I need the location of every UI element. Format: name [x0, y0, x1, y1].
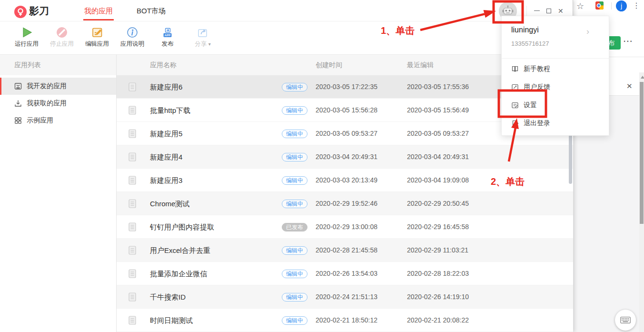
- menu-item-tutorial[interactable]: 新手教程: [502, 60, 609, 78]
- status-badge: 编辑中: [282, 130, 307, 138]
- app-document-icon: [129, 106, 136, 117]
- status-badge: 编辑中: [282, 153, 307, 161]
- app-name: 千牛搜索ID: [150, 285, 186, 309]
- yingdao-app-window: 影刀 我的应用 BOT市场 ✕: [0, 0, 573, 332]
- table-row[interactable]: 时间日期测试 编辑中 2020-02-21 18:50:12 2020-02-2…: [117, 309, 573, 332]
- last-edited-time: 2020-03-05 17:55:36: [407, 75, 469, 99]
- table-row[interactable]: Chrome测试 编辑中 2020-02-29 19:52:46 2020-02…: [117, 192, 573, 215]
- app-sidebar: 应用列表 我开发的应用 我获取的应用: [0, 55, 117, 332]
- topbar-divider: [526, 6, 527, 16]
- created-time: 2020-02-29 19:52:46: [316, 192, 377, 215]
- menu-item-settings[interactable]: 设置: [502, 96, 609, 114]
- tab-my-apps[interactable]: 我的应用: [84, 0, 113, 21]
- menu-item-feedback[interactable]: 用户反馈: [502, 78, 609, 96]
- browser-scrollbar-up-arrow[interactable]: [641, 76, 644, 79]
- minimize-button[interactable]: [534, 10, 540, 11]
- sidebar-item-my-acquired-apps[interactable]: 我获取的应用: [0, 95, 116, 112]
- info-icon: [115, 25, 150, 40]
- edit-app-label: 编辑应用: [79, 40, 115, 48]
- menu-item-label: 设置: [524, 101, 537, 110]
- app-name: 批量添加企业微信: [150, 262, 207, 285]
- tab-bot-market-label: BOT市场: [137, 7, 166, 15]
- app-name: Chrome测试: [150, 192, 189, 215]
- app-name: 批量http下载: [150, 99, 190, 122]
- chevron-right-icon[interactable]: ›: [586, 27, 589, 37]
- close-button[interactable]: ✕: [558, 8, 564, 14]
- maximize-button[interactable]: [546, 9, 551, 13]
- table-row[interactable]: 钉钉用户图内容提取 已发布 2020-02-29 13:00:08 2020-0…: [117, 215, 573, 239]
- table-row[interactable]: 批量添加企业微信 编辑中 2020-02-26 13:54:03 2020-02…: [117, 262, 573, 285]
- sidebar-item-my-developed-apps[interactable]: 我开发的应用: [0, 78, 116, 95]
- username: liuningyi: [511, 26, 539, 34]
- touch-keyboard-button[interactable]: [615, 310, 636, 331]
- status-badge: 编辑中: [282, 270, 307, 278]
- table-scrollbar-thumb[interactable]: [569, 135, 572, 184]
- sidebar-item-label: 示例应用: [27, 116, 53, 125]
- status-badge: 编辑中: [282, 200, 307, 208]
- created-time: 2020-02-21 18:50:12: [316, 309, 377, 332]
- created-time: 2020-03-05 15:56:28: [316, 99, 377, 122]
- extension-icon[interactable]: [595, 1, 604, 11]
- stop-app-button[interactable]: 停止应用: [44, 22, 79, 54]
- table-row[interactable]: 新建应用3 编辑中 2020-03-03 20:13:49 2020-03-04…: [117, 169, 573, 192]
- sidebar-item-label: 我开发的应用: [27, 82, 67, 91]
- browser-scrollbar-thumb[interactable]: [640, 82, 644, 224]
- edit-app-button[interactable]: 编辑应用: [79, 22, 115, 54]
- column-header-last-edited: 最近编辑: [407, 55, 434, 75]
- last-edited-time: 2020-02-29 20:50:45: [407, 192, 469, 215]
- status-badge: 编辑中: [282, 293, 307, 302]
- sidebar-item-label: 我获取的应用: [27, 99, 67, 108]
- user-phone: 13355716127: [511, 40, 549, 47]
- logout-icon: [511, 120, 519, 127]
- feedback-icon: [511, 83, 519, 91]
- menu-item-label: 用户反馈: [524, 83, 550, 91]
- publish-label: 发布: [150, 40, 185, 48]
- menu-item-label: 新手教程: [524, 65, 550, 73]
- browser-profile-avatar[interactable]: j: [616, 0, 627, 11]
- play-icon: [9, 25, 44, 40]
- tab-bot-market[interactable]: BOT市场: [137, 0, 166, 21]
- column-header-created-time: 创建时间: [316, 55, 342, 75]
- run-app-button[interactable]: 运行应用: [9, 22, 44, 54]
- keyboard-icon: [620, 317, 631, 323]
- table-row[interactable]: 新建应用4 编辑中 2020-03-04 20:49:31 2020-03-04…: [117, 145, 573, 169]
- app-name: 新建应用3: [150, 169, 182, 192]
- last-edited-time: 2020-03-04 20:49:31: [407, 145, 469, 169]
- active-tab-underline: [83, 19, 114, 20]
- app-toolbar: 运行应用 停止应用 编辑应用: [0, 22, 573, 55]
- status-badge: 已发布: [282, 223, 307, 231]
- app-document-icon: [129, 129, 136, 140]
- panel-close-icon[interactable]: ✕: [626, 82, 633, 91]
- browser-menu-icon[interactable]: ⋮: [633, 1, 640, 10]
- last-edited-time: 2020-03-04 19:09:08: [407, 169, 469, 192]
- app-document-icon: [129, 152, 136, 163]
- created-time: 2020-03-04 20:49:31: [316, 145, 377, 169]
- column-header-app-name: 应用名称: [150, 55, 177, 75]
- created-time: 2020-03-05 09:53:27: [316, 122, 377, 145]
- share-label: 分享 ▾: [185, 40, 220, 48]
- table-row[interactable]: 用户Excel合并去重 编辑中 2020-02-28 21:45:58 2020…: [117, 239, 573, 262]
- acquired-apps-icon: [14, 100, 22, 107]
- sample-apps-icon: [14, 117, 22, 124]
- developed-apps-icon: [14, 82, 22, 90]
- app-name: 新建应用4: [150, 145, 182, 169]
- sidebar-item-sample-apps[interactable]: 示例应用: [0, 112, 116, 129]
- menu-item-label: 退出登录: [524, 119, 550, 128]
- app-document-icon: [129, 199, 136, 210]
- user-dropdown-menu: liuningyi › 13355716127 新手教程 用户反馈 设置: [501, 16, 609, 136]
- created-time: 2020-02-26 13:54:03: [316, 262, 377, 285]
- status-badge: 编辑中: [282, 106, 307, 115]
- more-options-icon[interactable]: ⋯: [623, 35, 633, 47]
- app-info-button[interactable]: 应用说明: [115, 22, 150, 54]
- browser-toolbar-divider: [611, 2, 612, 10]
- table-row[interactable]: 千牛搜索ID 编辑中 2020-02-24 21:51:13 2020-02-2…: [117, 285, 573, 309]
- share-button[interactable]: 分享 ▾: [185, 22, 220, 54]
- bookmark-star-icon[interactable]: ☆: [576, 1, 584, 11]
- created-time: 2020-02-29 13:00:08: [316, 215, 377, 239]
- publish-button[interactable]: APP 发布: [150, 22, 185, 54]
- stop-icon: [44, 25, 79, 40]
- status-badge: 编辑中: [282, 246, 307, 255]
- app-name: 钉钉用户图内容提取: [150, 215, 214, 239]
- last-edited-time: 2020-02-29 11:03:21: [407, 239, 468, 262]
- menu-item-logout[interactable]: 退出登录: [502, 114, 609, 132]
